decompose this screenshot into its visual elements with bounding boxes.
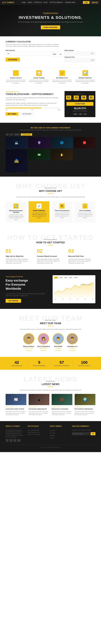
nav-links: HOME PAGES PORTFOLIO BLOG CRYPTOCURRENCY… [22,2,75,3]
feature-3-desc: Lorem ipsum dolor sit amet consectetur a… [52,79,72,84]
calculator-form: Enter Amount BTCETHUSD EXCHANGE Enter Am… [6,50,96,63]
why-divider [48,194,53,194]
countdown-sep-1: : [72,97,73,100]
nav-home[interactable]: HOME [22,2,26,3]
subscribe-email-input[interactable] [72,432,90,435]
news-title: LATEST NEWS [6,383,96,386]
feature-3-icon: 💰 [59,70,65,76]
hero-cta-button[interactable]: START INVESTING [41,26,60,29]
why-card-4-desc: Lorem ipsum dolor sit amet consectetur a… [76,212,94,218]
exchange-button[interactable]: EXCHANGE [6,58,20,62]
team-desc: Lorem ipsum dolor sit amet, consectetur … [16,328,86,330]
progress-label-0: 0% [6,109,7,110]
feature-1: ⚡ Instant Connect Lorem ipsum dolor sit … [6,70,26,84]
gallery-title: WE TAKE CARE OF YOUR CURRENCY INVESTMENT… [6,127,96,129]
result-value: BTC [64,52,96,55]
footer-social: f t in g+ [6,439,24,442]
stats-row: 42 Jobs Executed 5 Years in business 57 … [6,360,96,366]
token-right: ICO Ends In 01 Days : 23 Hours : 58 Mins [64,91,96,118]
tab-cryptocurrency[interactable]: Cryptocurrency [21,134,32,136]
why-card-1-icon: 🔄 [14,204,18,208]
chart-tab-gbp[interactable]: GBP [68,276,73,278]
stat-2-label: Years in business [28,365,50,366]
footer-about: About LT Curico But I must explain to yo… [6,425,24,442]
why-card-1-title: Blockchain Expert Liquidity [7,210,25,213]
feature-3-title: No Hidden Fees [52,77,72,79]
news-card-4: 🌍 January 15, 2019 Est at lobortis pelle… [75,394,96,416]
news-subtitle: Latest News [6,380,96,382]
gallery-item-5: 👤 BLOCKCHAIN [6,149,28,172]
news-date-1: January 1, 2019 [6,406,26,408]
nav-blog[interactable]: BLOG [44,2,48,3]
countdown-secs: 51 Secs [89,96,94,101]
team-name-3: Stan Maddi [52,346,64,347]
nav-pages[interactable]: PAGES [28,2,32,3]
eth-label: Raised Amount 09/8/2019 [66,110,94,112]
secs-number: 51 [89,96,94,100]
team-cards: 👨 Marlowe Meyer CEO / Founder ★★★★★ 👩 Sh… [6,333,96,351]
step-2: 02 Connect Bank Account Lorem ipsum dolo… [37,248,64,264]
feature-2-desc: Lorem ipsum dolor sit amet consectetur a… [29,79,49,84]
team-avatar-1: 👨 [23,333,34,344]
nav-logo[interactable]: ❰ LT CURICO [2,2,14,4]
hero-title: INVESTMENTS & SOLUTIONS. [6,15,96,20]
team-divider [48,326,53,326]
footer-link-sell[interactable]: Sell Crypto [50,432,55,434]
chart-tab-usdt[interactable]: USDT [74,276,78,278]
countdown-sep-3: : [87,97,88,100]
footer-link-exchange[interactable]: Exchange [50,435,55,436]
team-role-2: Lead Designer [37,348,50,349]
payment-icons: VISA MC PP [66,113,94,115]
exchange-right: ETH XEM XRP GBP USDT ● CryptoCurrencies [52,275,96,303]
token-progress-fill [6,108,41,108]
nav-portfolio[interactable]: PORTFOLIO [34,2,42,3]
stat-1-label: Jobs Executed [6,365,28,366]
step-3-desc: Lorem ipsum dolor sit amet, consectetur … [68,258,96,264]
news-desc-2: Lorem ipsum dolor sit amet consectetur a… [28,411,50,416]
social-google[interactable]: g+ [18,439,20,442]
tab-next[interactable]: › [10,134,13,136]
buy-token-button[interactable]: BUY TOKEN [6,112,18,116]
how-section: HOW TO GET STARTED How to get started HO… [0,228,101,270]
footer-community-desc: Subscribe to our newsletter for updates. [72,430,96,431]
footer-contact: Get In Touch Phone: (123) 456-7890 Email… [28,425,46,442]
from-currency-select[interactable]: BTCETHUSD [52,52,62,57]
stat-3-label: Successful projects [51,365,73,366]
social-facebook[interactable]: f [6,439,9,442]
ico-buy-button[interactable]: ICO BUY NOW [66,102,94,106]
chart-tab-eth[interactable]: ETH [54,276,58,278]
team-role-1: CEO / Founder [23,348,34,349]
whitepaper-button[interactable]: WHITEPAPER [20,112,34,116]
why-card-4: 🔒 ICO Consulting Lorem ipsum dolor sit a… [75,201,96,222]
footer-link-portfolio[interactable]: Portfolio [50,438,54,439]
social-twitter[interactable]: t [10,439,12,442]
footer-contact-info: Phone: (123) 456-7890 Email: info@ltcuri… [28,430,46,436]
news-divider [48,386,53,387]
tab-prev[interactable]: ‹ [6,134,9,136]
gallery-grid: 💻 🔮 🌐 🔴 👤 BLOCKCHAIN 💵 ✋ [6,137,96,172]
chart-tab-xrp[interactable]: XRP [64,276,68,278]
news-title-3: Sed posuere consectetur [52,408,72,410]
signup-button[interactable]: Sign Up [90,1,99,4]
stat-1-number: 42 [6,360,28,365]
result-unit: BTC [91,53,94,54]
chart-tab-xem[interactable]: XEM [59,276,63,278]
social-linkedin[interactable]: in [14,439,16,442]
footer-link-buy[interactable]: Buy Crypto [50,430,56,431]
gallery-tabs: ‹ › Home Cryptocurrency [6,134,96,136]
team-avatar-3: 👨 [52,333,64,344]
tab-home[interactable]: Home [14,134,20,136]
stat-3-number: 57 [51,360,73,365]
nav-crypto[interactable]: CRYPTOCURRENCY [50,2,63,3]
amount-input[interactable] [6,52,51,56]
amount-label: Enter Amount [6,50,62,51]
stats-section: 42 Jobs Executed 5 Years in business 57 … [0,357,101,370]
news-date-3: January 10, 2019 [52,406,72,408]
nav-trading[interactable]: TRADING PAGE [65,2,75,3]
navigation: ❰ LT CURICO HOME PAGES PORTFOLIO BLOG CR… [0,0,101,5]
hero-section: Cryptocurrency INVESTMENTS & SOLUTIONS. … [0,5,101,36]
chart-logo: ● CryptoCurrencies [80,284,91,285]
login-button[interactable]: Login [83,1,90,4]
subscribe-button[interactable]: GO [90,432,96,435]
exchange-cta-button[interactable]: GET STARTED [6,299,21,303]
